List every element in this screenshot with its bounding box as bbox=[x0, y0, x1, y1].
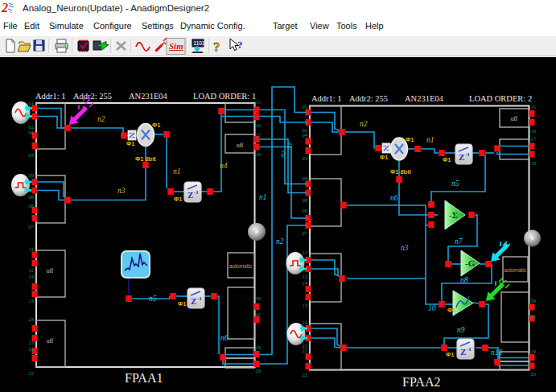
svg-text:06: 06 bbox=[303, 208, 308, 213]
svg-text:12: 12 bbox=[303, 274, 308, 279]
svg-text:off: off bbox=[47, 337, 54, 345]
svg-text:FPAA1: FPAA1 bbox=[125, 371, 163, 385]
svg-text:03: 03 bbox=[29, 152, 35, 158]
svg-text:04: 04 bbox=[29, 130, 35, 135]
svg-text:Φ1: Φ1 bbox=[406, 136, 414, 143]
svg-text:39: 39 bbox=[531, 298, 537, 303]
svg-text:03: 03 bbox=[303, 155, 308, 161]
svg-text:Φ1 8bit: Φ1 8bit bbox=[135, 155, 156, 163]
svg-text:Φ1: Φ1 bbox=[446, 351, 454, 358]
svg-text:14: 14 bbox=[303, 280, 308, 286]
svg-text:11: 11 bbox=[303, 250, 307, 255]
svg-text:09: 09 bbox=[29, 172, 35, 178]
svg-text:n3: n3 bbox=[401, 244, 409, 252]
svg-text:off: off bbox=[47, 267, 54, 274]
svg-text:Addr2: 255: Addr2: 255 bbox=[349, 94, 388, 103]
svg-text:Φ1: Φ1 bbox=[380, 154, 388, 161]
svg-text:-1: -1 bbox=[467, 346, 472, 353]
svg-text:-G: -G bbox=[465, 258, 476, 268]
svg-text:07: 07 bbox=[29, 224, 35, 229]
svg-text:01: 01 bbox=[303, 104, 308, 109]
svg-text:Z: Z bbox=[187, 190, 193, 200]
svg-text:Φ1: Φ1 bbox=[174, 196, 182, 203]
svg-text:08: 08 bbox=[29, 194, 35, 200]
svg-text:n10: n10 bbox=[491, 349, 503, 357]
svg-text:Addr1: 1: Addr1: 1 bbox=[35, 92, 66, 101]
svg-text:12: 12 bbox=[29, 267, 35, 273]
svg-text:Φ1: Φ1 bbox=[126, 140, 134, 147]
svg-text:16: 16 bbox=[256, 122, 262, 128]
svg-text:Z: Z bbox=[459, 152, 464, 162]
svg-text:AN231E04: AN231E04 bbox=[129, 92, 168, 101]
svg-text:20: 20 bbox=[256, 368, 262, 373]
svg-text:Φ1: Φ1 bbox=[152, 122, 160, 129]
svg-text:n2: n2 bbox=[97, 115, 105, 123]
svg-text:-1: -1 bbox=[465, 151, 470, 158]
svg-text:LOAD ORDER: 1: LOAD ORDER: 1 bbox=[193, 92, 256, 101]
svg-text:Φ1: Φ1 bbox=[447, 307, 455, 314]
svg-text:n9: n9 bbox=[457, 326, 465, 334]
svg-text:n1: n1 bbox=[259, 193, 267, 201]
svg-text:08: 08 bbox=[303, 197, 308, 203]
svg-text:Φ1: Φ1 bbox=[443, 156, 451, 163]
svg-text:06: 06 bbox=[29, 203, 35, 208]
svg-text:Z: Z bbox=[460, 347, 466, 357]
svg-text:n1: n1 bbox=[426, 136, 435, 144]
svg-text:17: 17 bbox=[531, 136, 537, 142]
svg-text:-Σ: -Σ bbox=[449, 210, 458, 220]
svg-text:22: 22 bbox=[303, 372, 308, 378]
svg-text:02: 02 bbox=[29, 124, 35, 130]
svg-text:01: 01 bbox=[29, 101, 35, 106]
svg-text:n5: n5 bbox=[451, 179, 459, 188]
svg-text:24: 24 bbox=[303, 320, 308, 325]
svg-text:n5: n5 bbox=[149, 295, 157, 303]
svg-text:11: 11 bbox=[29, 246, 34, 252]
svg-text:off: off bbox=[511, 115, 518, 122]
svg-text:n2: n2 bbox=[360, 120, 368, 128]
svg-text:AN231E04: AN231E04 bbox=[405, 94, 444, 103]
svg-text:19: 19 bbox=[531, 349, 537, 354]
svg-text:n6: n6 bbox=[220, 334, 229, 342]
svg-text:17: 17 bbox=[256, 132, 262, 138]
svg-text:LOAD ORDER: 2: LOAD ORDER: 2 bbox=[469, 94, 532, 103]
svg-text:automatic: automatic bbox=[229, 263, 253, 269]
svg-text:off: off bbox=[237, 142, 244, 149]
svg-text:automatic: automatic bbox=[504, 267, 527, 273]
svg-text:n3: n3 bbox=[117, 187, 126, 195]
svg-text:16: 16 bbox=[531, 128, 537, 134]
svg-text:Addr2: 255: Addr2: 255 bbox=[73, 92, 112, 101]
svg-text:-1: -1 bbox=[197, 295, 202, 302]
svg-text:n7: n7 bbox=[455, 237, 463, 246]
svg-text:n6: n6 bbox=[390, 194, 398, 202]
svg-text:39: 39 bbox=[256, 295, 262, 301]
svg-text:n1: n1 bbox=[173, 167, 181, 175]
svg-text:FPAA2: FPAA2 bbox=[402, 375, 440, 389]
svg-text:20: 20 bbox=[531, 371, 537, 377]
svg-text:09: 09 bbox=[303, 175, 308, 181]
svg-text:18: 18 bbox=[531, 160, 537, 166]
svg-text:19: 19 bbox=[256, 345, 262, 350]
svg-text:04: 04 bbox=[303, 132, 308, 138]
svg-text:14: 14 bbox=[29, 274, 35, 279]
svg-text:n4: n4 bbox=[220, 162, 228, 170]
svg-text:n8: n8 bbox=[460, 276, 468, 284]
svg-text:n2: n2 bbox=[276, 237, 284, 246]
svg-text:Z: Z bbox=[191, 296, 196, 306]
svg-text:42: 42 bbox=[256, 312, 262, 317]
svg-text:42: 42 bbox=[531, 314, 537, 320]
svg-text:13: 13 bbox=[29, 298, 35, 303]
svg-text:13: 13 bbox=[303, 303, 308, 308]
svg-text:24: 24 bbox=[29, 316, 35, 322]
svg-text:10: 10 bbox=[428, 304, 436, 312]
svg-text:22: 22 bbox=[29, 370, 35, 376]
svg-text:-1: -1 bbox=[194, 189, 199, 196]
svg-text:23: 23 bbox=[29, 340, 35, 345]
svg-text:15: 15 bbox=[256, 99, 262, 105]
svg-text:Φ1: Φ1 bbox=[178, 300, 186, 307]
svg-text:21: 21 bbox=[303, 348, 308, 353]
svg-text:07: 07 bbox=[303, 230, 308, 236]
svg-text:15: 15 bbox=[531, 104, 537, 109]
svg-text:18: 18 bbox=[256, 151, 262, 157]
svg-text:21: 21 bbox=[29, 346, 35, 352]
svg-text:Addr1: 1: Addr1: 1 bbox=[311, 94, 342, 103]
